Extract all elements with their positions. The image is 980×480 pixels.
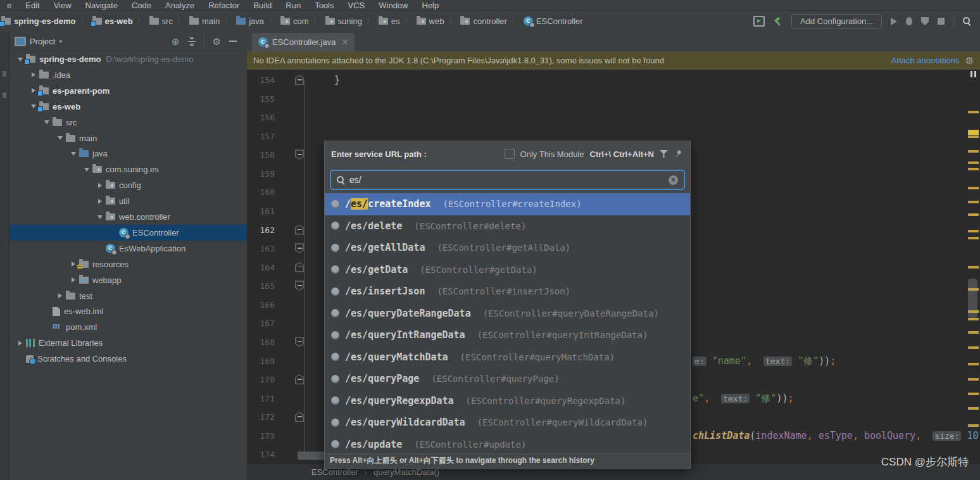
chevron-collapsed-icon[interactable] xyxy=(15,341,26,346)
menu-item-code[interactable]: Code xyxy=(125,1,158,10)
tree-item-scratches-and-consoles[interactable]: Scratches and Consoles xyxy=(9,351,247,367)
error-stripe-mark[interactable] xyxy=(968,150,979,153)
tree-item-escontroller[interactable]: ESController xyxy=(9,225,247,241)
locate-file-icon[interactable]: ⊕ xyxy=(172,37,180,46)
menu-item-tools[interactable]: Tools xyxy=(308,1,341,10)
tree-item-es-web[interactable]: es-web xyxy=(9,99,247,115)
breadcrumb-item-es-web[interactable]: es-web xyxy=(92,16,133,26)
tree-item-webapp[interactable]: webapp xyxy=(9,272,247,288)
error-stripe-mark[interactable] xyxy=(968,266,979,268)
url-result-item[interactable]: /es/queryDateRangeData(ESController#quer… xyxy=(325,303,690,325)
tree-item-config[interactable]: config xyxy=(9,177,247,193)
breadcrumb-item-com[interactable]: com xyxy=(280,16,309,26)
error-stripe-mark[interactable] xyxy=(968,318,979,320)
fold-marker-icon[interactable] xyxy=(295,281,304,291)
error-stripe-mark[interactable] xyxy=(968,136,979,138)
tree-item-resources[interactable]: resources xyxy=(9,256,247,272)
url-result-item[interactable]: /es/delete(ESController#delete) xyxy=(325,215,690,237)
banner-gear-icon[interactable]: ⚙ xyxy=(965,56,974,65)
error-stripe-mark[interactable] xyxy=(968,363,979,365)
search-everywhere-icon[interactable] xyxy=(963,17,971,25)
error-stripe-mark[interactable] xyxy=(968,187,979,189)
run-tool-window-icon[interactable] xyxy=(753,16,765,27)
gear-icon[interactable]: ⚙ xyxy=(213,37,221,46)
stop-icon[interactable] xyxy=(938,18,945,25)
tree-item-src[interactable]: src xyxy=(9,115,247,130)
tree-item-external-libraries[interactable]: External Libraries xyxy=(9,335,247,351)
menu-item-vcs[interactable]: VCS xyxy=(341,1,372,10)
error-stripe-mark[interactable] xyxy=(968,407,979,410)
breadcrumb-item-escontroller[interactable]: ESController xyxy=(524,16,583,26)
run-icon[interactable] xyxy=(891,18,897,25)
fold-marker-icon[interactable] xyxy=(295,262,304,272)
project-panel-title[interactable]: Project xyxy=(30,37,55,46)
error-stripe-mark[interactable] xyxy=(968,161,979,164)
add-configuration-button[interactable]: Add Configuration... xyxy=(791,14,882,29)
menu-item-refactor[interactable]: Refactor xyxy=(201,1,246,10)
hide-panel-icon[interactable] xyxy=(229,41,237,42)
tree-item-java[interactable]: java xyxy=(9,146,247,161)
error-stripe-mark[interactable] xyxy=(968,346,979,349)
tree-item-util[interactable]: util xyxy=(9,193,247,209)
close-icon[interactable]: ✕ xyxy=(341,37,348,47)
breadcrumb-item-spring-es-demo[interactable]: spring-es-demo xyxy=(1,16,76,26)
url-result-item[interactable]: /es/queryMatchData(ESController#queryMat… xyxy=(325,346,690,369)
error-stripe-mark[interactable] xyxy=(968,310,979,313)
pin-icon[interactable] xyxy=(672,148,684,160)
tree-item--idea[interactable]: .idea xyxy=(9,67,247,83)
url-result-item[interactable]: /es/queryWildcardData(ESController#query… xyxy=(325,412,690,434)
tree-item-com-suning-es[interactable]: com.suning.es xyxy=(9,161,247,177)
url-result-item[interactable]: /es/queryIntRangeData(ESController#query… xyxy=(325,324,690,346)
error-stripe-mark[interactable] xyxy=(968,424,979,427)
menu-item-navigate[interactable]: Navigate xyxy=(79,1,125,10)
chevron-collapsed-icon[interactable] xyxy=(94,183,106,188)
error-stripe-mark[interactable] xyxy=(968,111,979,113)
tree-item-es-parent-pom[interactable]: es-parent-pom xyxy=(9,83,247,99)
breadcrumb-item-java[interactable]: java xyxy=(236,16,264,26)
breadcrumb-item-controller[interactable]: controller xyxy=(460,16,506,26)
url-result-item[interactable]: /es/insertJson(ESController#insertJson) xyxy=(325,281,690,303)
chevron-down-icon[interactable] xyxy=(59,41,63,43)
tree-item-web-controller[interactable]: web.controller xyxy=(9,209,247,225)
menu-item-window[interactable]: Window xyxy=(372,1,415,10)
chevron-expanded-icon[interactable] xyxy=(54,136,66,140)
url-result-item[interactable]: /es/getAllData(ESController#getAllData) xyxy=(325,237,690,259)
chevron-expanded-icon[interactable] xyxy=(81,168,92,172)
url-result-item[interactable]: /es/getData(ESController#getData) xyxy=(325,259,690,281)
menu-item-help[interactable]: Help xyxy=(415,1,446,10)
error-stripe-mark[interactable] xyxy=(968,288,979,291)
error-stripe-mark[interactable] xyxy=(968,393,979,395)
menu-item-build[interactable]: Build xyxy=(246,1,279,10)
search-input[interactable]: es/ xyxy=(330,170,685,190)
fold-marker-icon[interactable] xyxy=(295,374,304,384)
fold-marker-icon[interactable] xyxy=(295,225,304,235)
checkbox-label[interactable]: Only This Module xyxy=(520,149,584,159)
tree-item-test[interactable]: test xyxy=(9,288,247,304)
menu-item-analyze[interactable]: Analyze xyxy=(158,1,201,10)
chevron-collapsed-icon[interactable] xyxy=(54,293,66,298)
menu-item-view[interactable]: View xyxy=(47,1,79,10)
chevron-collapsed-icon[interactable] xyxy=(94,199,106,204)
only-this-module-checkbox[interactable] xyxy=(505,149,515,159)
chevron-expanded-icon[interactable] xyxy=(41,120,53,124)
build-hammer-icon[interactable] xyxy=(774,17,782,26)
breadcrumb-item-es[interactable]: es xyxy=(379,16,400,26)
tree-item-main[interactable]: main xyxy=(9,130,247,146)
url-result-item[interactable]: /es/createIndex(ESController#createIndex… xyxy=(325,193,690,215)
error-stripe-mark[interactable] xyxy=(968,230,979,232)
inspections-indicator-icon[interactable] xyxy=(971,71,978,77)
filter-icon[interactable] xyxy=(660,150,668,158)
url-result-item[interactable]: /es/queryPage(ESController#queryPage) xyxy=(325,368,690,390)
tree-item-pom-xml[interactable]: pom.xml xyxy=(9,319,247,335)
chevron-expanded-icon[interactable] xyxy=(94,215,106,219)
error-stripe-mark[interactable] xyxy=(968,378,979,381)
fold-marker-icon[interactable] xyxy=(295,149,304,160)
fold-marker-icon[interactable] xyxy=(295,75,304,85)
chevron-expanded-icon[interactable] xyxy=(68,152,79,156)
chevron-collapsed-icon[interactable] xyxy=(68,277,79,282)
breadcrumb-method[interactable]: queryMatchData() xyxy=(374,467,439,477)
breadcrumb-item-suning[interactable]: suning xyxy=(325,16,362,26)
breadcrumb-item-src[interactable]: src xyxy=(149,16,173,26)
coverage-icon[interactable] xyxy=(921,17,929,25)
tree-item-spring-es-demo[interactable]: spring-es-demoD:\work\spring-es-demo xyxy=(9,51,247,67)
